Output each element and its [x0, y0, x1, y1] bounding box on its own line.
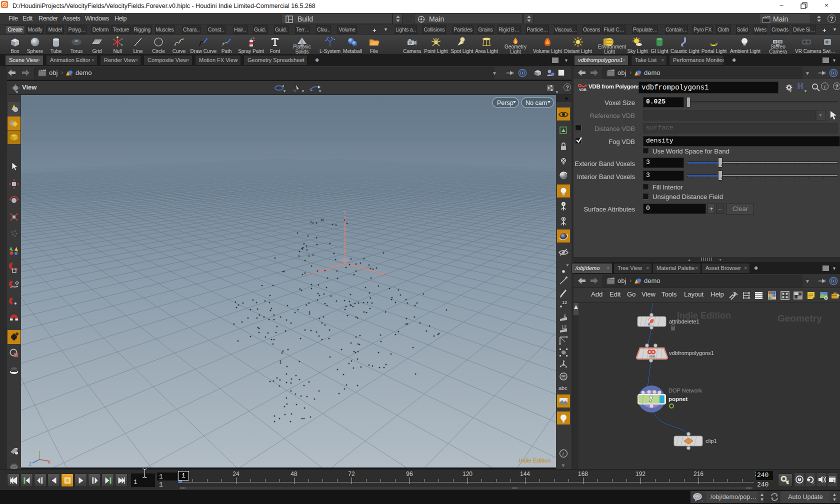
svg-text:Y: Y	[343, 210, 346, 215]
svg-text:Geometry: Geometry	[778, 313, 822, 324]
svg-text:x: x	[48, 459, 50, 464]
svg-text:attribdelete1: attribdelete1	[669, 318, 700, 324]
svg-text:Persp: Persp	[497, 100, 514, 106]
svg-text:popnet: popnet	[668, 396, 688, 402]
svg-text:DOP Network: DOP Network	[668, 388, 702, 394]
svg-text:z: z	[308, 272, 310, 276]
svg-text:VDB: VDB	[649, 355, 656, 358]
svg-text:z: z	[29, 461, 32, 466]
svg-text:12: 12	[562, 300, 567, 305]
svg-text:clip1: clip1	[706, 438, 717, 444]
svg-text:x: x	[386, 272, 388, 278]
svg-text:Indie Edition: Indie Edition	[519, 458, 550, 464]
svg-text:No cam: No cam	[526, 100, 547, 106]
svg-text:VDB: VDB	[579, 88, 586, 92]
svg-text:vdbfrompolygons1: vdbfrompolygons1	[669, 350, 714, 356]
svg-text:12: 12	[562, 324, 566, 330]
svg-text:i: i	[562, 450, 564, 456]
